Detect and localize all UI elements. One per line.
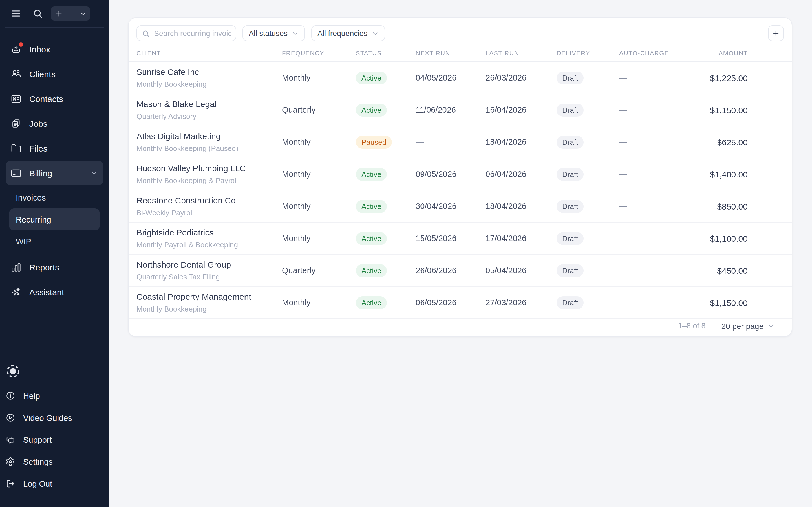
per-page-dropdown[interactable]: 20 per page <box>718 321 779 331</box>
frequency-cell: Monthly <box>282 298 356 307</box>
table-row[interactable]: Atlas Digital Marketing Monthly Bookkeep… <box>129 126 792 158</box>
chevron-down-icon <box>90 169 98 177</box>
sidebar-item-label: Files <box>29 144 47 153</box>
sidebar-item-label: Settings <box>23 457 53 466</box>
sidebar-item-contacts[interactable]: Contacts <box>6 86 103 111</box>
status-badge: Active <box>356 296 387 309</box>
credit-card-icon <box>11 168 21 178</box>
sidebar-subitem-recurring[interactable]: Recurring <box>9 209 100 230</box>
client-cell: Hudson Valley Plumbing LLC Monthly Bookk… <box>137 162 282 186</box>
delivery-cell: Draft <box>557 200 619 213</box>
status-cell: Active <box>356 264 416 277</box>
sidebar-item-label: Billing <box>29 168 52 178</box>
amount-cell: $450.00 <box>683 266 748 275</box>
table-row[interactable]: Northshore Dental Group Quarterly Sales … <box>129 255 792 287</box>
account-avatar[interactable] <box>0 360 109 383</box>
sidebar-item-help[interactable]: Help <box>6 385 103 407</box>
table-row[interactable]: Sunrise Cafe Inc Monthly Bookkeeping Mon… <box>129 62 792 94</box>
frequency-cell: Quarterly <box>282 105 356 114</box>
client-cell: Northshore Dental Group Quarterly Sales … <box>137 259 282 282</box>
next-run-cell: 04/05/2026 <box>416 73 486 82</box>
sidebar-item-logout[interactable]: Log Out <box>6 473 103 495</box>
client-description: Monthly Payroll & Bookkeeping <box>137 240 282 250</box>
sidebar-item-label: Jobs <box>29 119 47 128</box>
frequency-cell: Monthly <box>282 137 356 147</box>
column-header-amount: Amount <box>683 50 748 56</box>
frequency-filter-dropdown[interactable]: All frequencies <box>311 25 385 41</box>
client-name: Brightside Pediatrics <box>137 227 282 238</box>
pagination-range: 1–8 of 8 <box>678 322 706 330</box>
info-icon <box>6 391 15 400</box>
sidebar-item-files[interactable]: Files <box>6 136 103 161</box>
amount-cell: $1,150.00 <box>683 105 748 115</box>
sidebar-item-reports[interactable]: Reports <box>6 255 103 279</box>
divider <box>71 10 72 17</box>
sidebar-item-clients[interactable]: Clients <box>6 61 103 86</box>
status-filter-value: All statuses <box>249 29 288 38</box>
subitem-label: WIP <box>16 237 31 246</box>
status-badge: Active <box>356 264 387 277</box>
plus-icon <box>772 29 780 38</box>
play-circle-icon <box>6 413 15 422</box>
search-input[interactable] <box>137 25 236 41</box>
add-recurring-invoice-button[interactable] <box>768 25 784 41</box>
auto-charge-cell: — <box>619 202 683 211</box>
table-row[interactable]: Mason & Blake Legal Quarterly Advisory Q… <box>129 94 792 126</box>
delivery-cell: Draft <box>557 296 619 309</box>
last-run-cell: 05/04/2026 <box>486 266 557 275</box>
last-run-cell: 06/04/2026 <box>486 170 557 179</box>
column-header-client: Client <box>137 50 282 56</box>
client-name: Redstone Construction Co <box>137 195 282 206</box>
sidebar-item-settings[interactable]: Settings <box>6 451 103 473</box>
next-run-cell: 15/05/2026 <box>416 234 486 243</box>
table-row[interactable]: Redstone Construction Co Bi-Weekly Payro… <box>129 190 792 223</box>
pagination: 1–8 of 8 20 per page <box>129 319 792 336</box>
status-cell: Active <box>356 200 416 213</box>
table-row[interactable]: Hudson Valley Plumbing LLC Monthly Bookk… <box>129 158 792 190</box>
hamburger-menu-button[interactable] <box>10 8 21 19</box>
sidebar-item-support[interactable]: Support <box>6 429 103 451</box>
column-header-delivery: Delivery <box>557 50 619 56</box>
chevron-down-icon <box>767 322 775 330</box>
sidebar-subitem-wip[interactable]: WIP <box>9 230 100 252</box>
status-badge: Active <box>356 232 387 245</box>
frequency-cell: Monthly <box>282 234 356 243</box>
last-run-cell: 16/04/2026 <box>486 105 557 114</box>
auto-charge-cell: — <box>619 137 683 147</box>
folder-icon <box>11 143 21 154</box>
sidebar-item-video-guides[interactable]: Video Guides <box>6 407 103 429</box>
sidebar-item-label: Reports <box>29 262 59 272</box>
billing-submenu: Invoices Recurring WIP <box>0 186 109 252</box>
next-run-cell: — <box>416 137 486 147</box>
bar-chart-icon <box>11 262 21 272</box>
client-cell: Coastal Property Management Monthly Book… <box>137 291 282 314</box>
sidebar-item-jobs[interactable]: Jobs <box>6 111 103 136</box>
client-cell: Redstone Construction Co Bi-Weekly Payro… <box>137 194 282 218</box>
client-description: Quarterly Sales Tax Filing <box>137 272 282 282</box>
create-new-split-button[interactable] <box>51 6 90 21</box>
amount-cell: $625.00 <box>683 137 748 147</box>
sidebar-item-billing[interactable]: Billing <box>6 161 103 185</box>
table-row[interactable]: Coastal Property Management Monthly Book… <box>129 287 792 319</box>
inbox-icon <box>11 44 21 54</box>
status-filter-dropdown[interactable]: All statuses <box>243 25 305 41</box>
last-run-cell: 26/03/2026 <box>486 73 557 82</box>
sidebar-item-label: Help <box>23 391 40 400</box>
sidebar-search-button[interactable] <box>33 8 43 18</box>
client-cell: Brightside Pediatrics Monthly Payroll & … <box>137 226 282 250</box>
next-run-cell: 06/05/2026 <box>416 298 486 307</box>
sidebar-item-inbox[interactable]: Inbox <box>6 37 103 61</box>
delivery-badge: Draft <box>557 71 583 84</box>
auto-charge-cell: — <box>619 266 683 275</box>
status-cell: Active <box>356 103 416 116</box>
next-run-cell: 26/06/2026 <box>416 266 486 275</box>
sidebar-item-label: Assistant <box>29 287 64 297</box>
column-header-next-run: Next run <box>416 50 486 56</box>
table-row[interactable]: Brightside Pediatrics Monthly Payroll & … <box>129 223 792 255</box>
last-run-cell: 17/04/2026 <box>486 234 557 243</box>
logout-icon <box>6 479 15 489</box>
sidebar-subitem-invoices[interactable]: Invoices <box>9 186 100 209</box>
client-description: Monthly Bookkeeping & Payroll <box>137 176 282 186</box>
sidebar-item-assistant[interactable]: Assistant <box>6 279 103 304</box>
status-badge: Active <box>356 168 387 180</box>
